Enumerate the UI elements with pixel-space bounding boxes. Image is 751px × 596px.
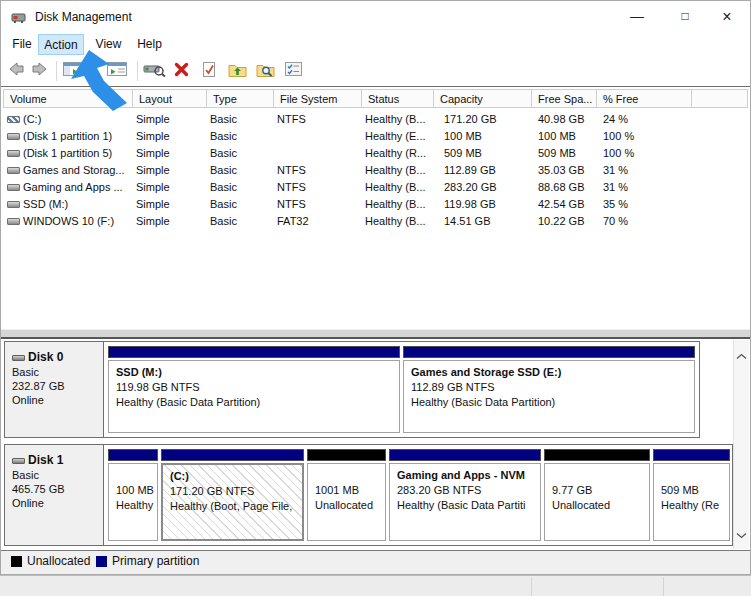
volume-list-pane: Volume Layout Type File System Status Ca…: [1, 86, 750, 329]
table-header: Volume Layout Type File System Status Ca…: [3, 89, 748, 108]
volume-icon: [7, 133, 20, 140]
cell-type: Basic: [210, 113, 237, 125]
partition-c-drive[interactable]: (C:) 171.20 GB NTFS Healthy (Boot, Page …: [161, 449, 304, 541]
table-row[interactable]: (C:) Simple Basic NTFS Healthy (B... 171…: [3, 111, 750, 128]
cell-volume: Gaming and Apps ...: [23, 181, 123, 193]
close-button[interactable]: ×: [709, 2, 745, 31]
cell-capacity: 119.98 GB: [444, 198, 496, 210]
toolbar-separator: [91, 61, 92, 81]
cell-layout: Simple: [136, 130, 170, 142]
forward-arrow-icon[interactable]: [31, 61, 49, 81]
col-header-status[interactable]: Status: [362, 90, 434, 107]
action-pane-icon[interactable]: [107, 61, 127, 81]
partition-size: 1001 MB: [315, 483, 378, 498]
device-properties-icon[interactable]: [143, 61, 167, 82]
volume-icon: [7, 218, 20, 225]
disk-icon: [12, 458, 25, 464]
volume-icon: [7, 116, 20, 123]
cell-status: Healthy (R...: [365, 147, 426, 159]
options-list-icon[interactable]: [284, 61, 303, 81]
cell-fs: NTFS: [277, 113, 306, 125]
window-title: Disk Management: [35, 10, 132, 24]
col-header-file-system[interactable]: File System: [274, 90, 362, 107]
cell-free: 35.03 GB: [538, 164, 584, 176]
toolbar-separator: [56, 61, 57, 81]
table-row[interactable]: WINDOWS 10 (F:) Simple Basic FAT32 Healt…: [3, 213, 750, 230]
partition-size: 9.77 GB: [552, 483, 642, 498]
table-row[interactable]: (Disk 1 partition 1) Simple Basic Health…: [3, 128, 750, 145]
cell-status: Healthy (B...: [365, 215, 426, 227]
partition-size: 100 MB: [116, 483, 150, 498]
table-row[interactable]: (Disk 1 partition 5) Simple Basic Health…: [3, 145, 750, 162]
disk-1-label[interactable]: Disk 1 Basic 465.75 GB Online: [5, 445, 104, 545]
col-header-free-space[interactable]: Free Spa...: [532, 90, 597, 107]
partition-color-bar: [307, 449, 386, 461]
legend-bar: Unallocated Primary partition: [1, 550, 750, 574]
screen: Disk Management — □ × File Action View H…: [0, 0, 751, 596]
partition-status: Healthy (Basic Data Partition): [411, 395, 687, 410]
partition-games-storage-e[interactable]: Games and Storage SSD (E:) 112.89 GB NTF…: [403, 346, 695, 433]
volume-icon: [7, 184, 20, 191]
cell-fs: NTFS: [277, 181, 306, 193]
partition-status: Healthy (Basic Data Partition): [116, 395, 392, 410]
cell-free: 509 MB: [538, 147, 576, 159]
cell-volume: (Disk 1 partition 1): [23, 130, 112, 142]
cell-capacity: 171.20 GB: [444, 113, 497, 125]
col-header-volume[interactable]: Volume: [4, 90, 133, 107]
col-header-capacity[interactable]: Capacity: [434, 90, 532, 107]
cell-type: Basic: [210, 147, 237, 159]
table-row[interactable]: Gaming and Apps ... Simple Basic NTFS He…: [3, 179, 750, 196]
disk-name: Disk 0: [28, 350, 63, 364]
back-arrow-icon[interactable]: [7, 61, 25, 81]
partition-color-bar: [108, 449, 158, 461]
cell-type: Basic: [210, 181, 237, 193]
cell-pct-free: 24 %: [603, 113, 628, 125]
partition-unallocated-1001mb[interactable]: 1001 MB Unallocated: [307, 449, 386, 541]
legend-label: Primary partition: [112, 554, 199, 568]
disk-0-row: Disk 0 Basic 232.87 GB Online SSD (M:) 1…: [4, 341, 700, 438]
toolbar: [1, 56, 750, 86]
delete-icon[interactable]: [173, 61, 190, 82]
partition-size: 112.89 GB NTFS: [411, 380, 687, 395]
scroll-up-icon[interactable]: [736, 346, 747, 364]
folder-search-icon[interactable]: [256, 61, 276, 82]
pane-splitter[interactable]: [1, 329, 750, 339]
menu-action[interactable]: Action: [38, 34, 84, 55]
maximize-button[interactable]: □: [667, 2, 703, 31]
disk-type: Basic: [12, 469, 96, 481]
col-header-type[interactable]: Type: [207, 90, 274, 107]
partition-ssd-m[interactable]: SSD (M:) 119.98 GB NTFS Healthy (Basic D…: [108, 346, 400, 433]
disk-icon: [12, 355, 25, 361]
menu-view[interactable]: View: [90, 34, 127, 55]
partition-color-bar: [653, 449, 730, 461]
cell-volume: WINDOWS 10 (F:): [23, 215, 114, 227]
menu-file[interactable]: File: [7, 34, 37, 55]
partition-recovery-509mb[interactable]: 509 MB Healthy (Re: [653, 449, 730, 541]
partition-system-100mb[interactable]: 100 MB Healthy: [108, 449, 158, 541]
console-tree-icon[interactable]: [63, 61, 83, 81]
col-header-layout[interactable]: Layout: [133, 90, 207, 107]
disk-0-label[interactable]: Disk 0 Basic 232.87 GB Online: [5, 342, 104, 437]
cell-status: Healthy (E...: [365, 130, 426, 142]
title-bar: Disk Management — □ ×: [1, 1, 750, 33]
cell-capacity: 283.20 GB: [444, 181, 497, 193]
cell-free: 42.54 GB: [538, 198, 584, 210]
scroll-down-icon[interactable]: [736, 525, 747, 543]
disk-status: Online: [12, 497, 96, 509]
col-header-pct-free[interactable]: % Free: [597, 90, 692, 107]
vertical-scrollbar[interactable]: [733, 340, 749, 549]
table-row[interactable]: Games and Storag... Simple Basic NTFS He…: [3, 162, 750, 179]
partition-color-bar: [544, 449, 650, 461]
partition-unallocated-9gb[interactable]: 9.77 GB Unallocated: [544, 449, 650, 541]
minimize-button[interactable]: —: [619, 2, 655, 31]
folder-up-icon[interactable]: [228, 61, 247, 82]
check-document-icon[interactable]: [201, 61, 217, 82]
partition-title: Games and Storage SSD (E:): [411, 365, 687, 380]
volume-icon: [7, 150, 20, 157]
table-row[interactable]: SSD (M:) Simple Basic NTFS Healthy (B...…: [3, 196, 750, 213]
cell-free: 88.68 GB: [538, 181, 584, 193]
menu-help[interactable]: Help: [131, 34, 168, 55]
partition-gaming-apps-nvm[interactable]: Gaming and Apps - NVM 283.20 GB NTFS Hea…: [389, 449, 541, 541]
cell-pct-free: 100 %: [603, 130, 634, 142]
disk-1-partitions: 100 MB Healthy (C:) 171.20 GB NTFS Healt…: [105, 445, 732, 545]
